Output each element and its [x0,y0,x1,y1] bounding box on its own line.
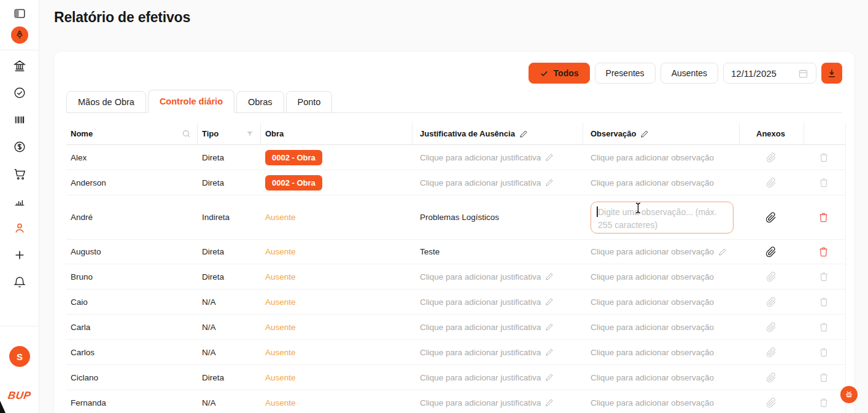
observacao-placeholder[interactable]: Clique para adicionar observação [591,153,714,162]
justificativa-placeholder[interactable]: Clique para adicionar justificativa [420,323,554,332]
sidebar-item-bank[interactable] [0,59,39,73]
trash-icon[interactable] [819,272,829,281]
name-cell: Fernanda [66,398,198,407]
observacao-placeholder[interactable]: Clique para adicionar observação [591,272,714,281]
sidebar-item-barcode[interactable] [0,113,39,127]
sidebar-item-staff[interactable] [0,221,39,235]
tipo-cell: Indireta [198,213,261,222]
justificativa-placeholder[interactable]: Clique para adicionar justificativa [420,153,554,162]
date-picker[interactable]: 12/11/2025 [723,63,816,84]
tipo-cell: N/A [198,323,261,332]
cart-icon [13,167,26,181]
justificativa-placeholder[interactable]: Clique para adicionar justificativa [420,348,554,357]
sidebar-item-finance[interactable] [0,140,39,154]
observacao-placeholder[interactable]: Clique para adicionar observação [591,348,714,357]
paperclip-icon[interactable] [766,272,777,282]
edit-pencil-icon [545,373,554,382]
edit-pencil-icon [545,178,554,187]
filter-presentes-button[interactable]: Presentes [595,63,656,84]
observacao-placeholder-label: Clique para adicionar observação [591,247,714,256]
justificativa-placeholder[interactable]: Clique para adicionar justificativa [420,178,554,187]
trash-icon[interactable] [819,347,829,357]
paperclip-icon[interactable] [766,297,777,307]
observacao-placeholder[interactable]: Clique para adicionar observação [591,178,714,187]
paperclip-icon[interactable] [766,152,777,163]
observacao-placeholder[interactable]: Clique para adicionar observação [591,323,714,332]
name-cell: Alex [66,153,198,162]
observacao-placeholder[interactable]: Clique para adicionar observação [591,297,714,307]
user-avatar[interactable]: S [0,346,39,367]
observacao-placeholder[interactable]: Clique para adicionar observação [591,247,727,256]
tipo-cell: N/A [198,348,261,357]
tab-controle-diario[interactable]: Controle diário [148,90,234,113]
justificativa-cell[interactable]: Problemas Logísticos [413,213,583,222]
bug-report-button[interactable] [840,386,858,403]
header-nome-label: Nome [71,129,93,138]
justificativa-placeholder[interactable]: Clique para adicionar justificativa [420,272,554,281]
barcode-icon [13,113,26,127]
tab-obras[interactable]: Obras [236,91,284,113]
check-circle-icon [13,86,26,100]
page-title: Relatório de efetivos [54,9,190,26]
sidebar-item-purchases[interactable] [0,167,39,181]
trash-icon[interactable] [819,178,829,187]
justificativa-placeholder[interactable]: Clique para adicionar justificativa [420,398,554,407]
trash-icon[interactable] [819,152,829,162]
table-row: Augusto Direta Ausente Teste Clique para… [66,240,845,264]
trash-icon[interactable] [819,297,829,307]
tipo-cell: N/A [198,297,261,307]
tipo-cell: Direta [198,178,261,187]
sidebar-item-rocket[interactable] [0,26,39,44]
tipo-cell: Direta [198,272,261,281]
date-value: 12/11/2025 [731,68,777,79]
download-button[interactable] [821,63,842,84]
observacao-placeholder[interactable]: Clique para adicionar observação [591,373,714,382]
sidebar-item-approvals[interactable] [0,86,39,100]
tab-ponto[interactable]: Ponto [286,91,333,113]
search-icon[interactable] [182,129,191,138]
justificativa-placeholder[interactable]: Clique para adicionar justificativa [420,297,554,307]
name-cell: Bruno [66,272,198,281]
brand-logo: BUP [0,390,39,402]
tipo-cell: Direta [198,373,261,382]
paperclip-icon[interactable] [766,398,777,408]
filter-ausentes-button[interactable]: Ausentes [661,63,718,84]
filter-todos-button[interactable]: Todos [529,63,590,84]
edit-pencil-icon [718,248,727,256]
observacao-placeholder[interactable]: Clique para adicionar observação [591,398,714,407]
name-cell: Caio [66,297,198,307]
text-caret [597,206,598,217]
edit-pencil-icon [545,297,554,306]
filter-icon[interactable] [246,130,254,138]
trash-icon[interactable] [819,398,829,407]
header-justificativa: Justificativa de Ausência [413,123,583,144]
tab-maos-de-obra[interactable]: Mãos de Obra [66,91,146,113]
trash-icon[interactable] [818,246,829,257]
trash-icon[interactable] [819,372,829,382]
paperclip-icon[interactable] [765,246,777,258]
absence-status: Ausente [265,272,296,281]
sidebar-item-reports[interactable] [0,194,39,208]
paperclip-icon[interactable] [766,322,777,332]
name-cell: Carlos [66,348,198,357]
obra-badge: 0002 - Obra [265,150,322,165]
paperclip-icon[interactable] [766,372,777,383]
sidebar-item-notifications[interactable] [0,275,39,289]
sidebar-toggle-button[interactable] [0,7,39,20]
observacao-textarea[interactable] [591,202,734,234]
sidebar-item-add[interactable] [0,248,39,262]
trash-icon[interactable] [819,322,829,332]
absence-status: Ausente [265,348,296,357]
trash-icon[interactable] [818,212,829,222]
justificativa-placeholder[interactable]: Clique para adicionar justificativa [420,373,554,382]
paperclip-icon[interactable] [766,347,777,358]
paperclip-icon[interactable] [766,178,777,188]
absence-status: Ausente [265,297,296,307]
absence-status: Ausente [265,373,296,382]
observacao-input-wrap [591,202,734,234]
justificativa-cell[interactable]: Teste [413,247,583,256]
header-obra: Obra [261,123,413,144]
header-obra-label: Obra [265,129,284,138]
paperclip-icon[interactable] [765,212,777,223]
sidebar-divider-bottom [0,326,39,326]
